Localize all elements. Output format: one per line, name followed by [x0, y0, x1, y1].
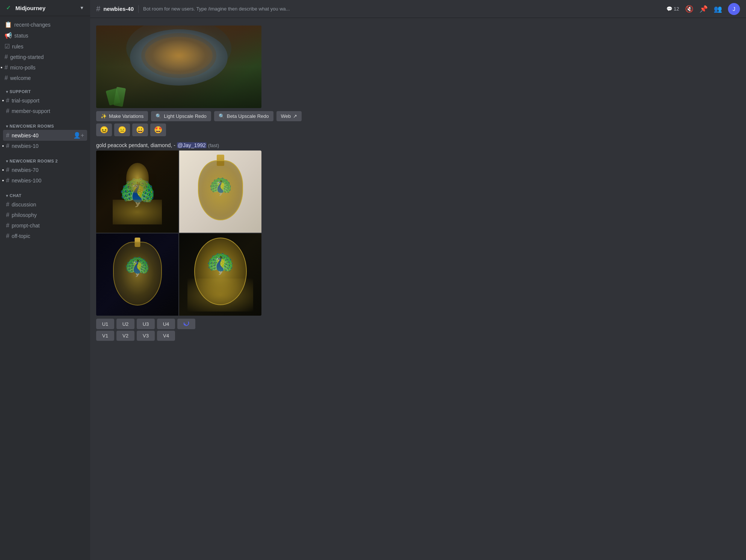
peacock-message-group: gold peacock pendant, diamond, - @Jay_19… [96, 141, 740, 344]
sidebar-item-newbies-100[interactable]: # newbies-100 [3, 175, 87, 186]
topbar-description: Bot room for new users. Type /imagine th… [143, 6, 663, 12]
channel-label: micro-polls [10, 65, 36, 71]
sidebar-item-status[interactable]: 📢 status [2, 30, 89, 41]
beta-upscale-redo-button[interactable]: 🔍 Beta Upscale Redo [214, 111, 273, 121]
sidebar-item-micro-polls[interactable]: # micro-polls [2, 62, 89, 73]
support-section: ▾ SUPPORT # trial-support # member-suppo… [0, 83, 90, 118]
sidebar-item-trial-support[interactable]: # trial-support [3, 95, 87, 106]
unread-dot [2, 169, 4, 171]
v4-button[interactable]: V4 [157, 331, 175, 341]
user-mention[interactable]: @Jay_1992 [177, 142, 207, 148]
sidebar-item-philosophy[interactable]: # philosophy [3, 210, 87, 220]
hash-icon: # [5, 54, 8, 60]
web-button[interactable]: Web ↗ [276, 111, 302, 121]
hash-icon: # [5, 64, 8, 71]
separator: - [174, 142, 177, 148]
mute-icon[interactable]: 🔇 [685, 5, 693, 13]
sidebar-item-newbies-10[interactable]: # newbies-10 [3, 141, 87, 151]
hash-icon: 📢 [5, 32, 12, 39]
top-channels: 📋 recent-changes 📢 status ☑ rules # gett… [0, 16, 90, 83]
sidebar-item-recent-changes[interactable]: 📋 recent-changes [2, 19, 89, 30]
sidebar-item-newbies-40[interactable]: # newbies-40 👤+ [3, 130, 87, 141]
pin-icon[interactable]: 📌 [699, 5, 708, 13]
avatar[interactable]: J [728, 3, 740, 15]
speed-badge: (fast) [208, 143, 219, 148]
channel-label: member-support [12, 108, 50, 114]
channel-label: off-topic [12, 233, 30, 239]
make-variations-button[interactable]: ✨ Make Variations [96, 111, 148, 121]
sidebar-item-off-topic[interactable]: # off-topic [3, 231, 87, 241]
chat-section: ▾ CHAT # discussion # philosophy # promp… [0, 187, 90, 243]
sidebar-item-newbies-70[interactable]: # newbies-70 [3, 165, 87, 175]
emoji-reactions-row: 😖 😑 😀 🤩 [96, 123, 740, 136]
hash-icon: # [6, 222, 9, 229]
channel-label: newbies-40 [12, 132, 39, 138]
u2-button[interactable]: U2 [116, 319, 134, 329]
u4-button[interactable]: U4 [157, 319, 175, 329]
v3-button[interactable]: V3 [137, 331, 155, 341]
peacock-image-4: 🦚 [179, 233, 261, 316]
v-buttons-row: V1 V2 V3 V4 [96, 331, 740, 341]
emoji-expressionless[interactable]: 😑 [114, 123, 130, 136]
sidebar-item-welcome[interactable]: # welcome [2, 73, 89, 83]
add-member-icon[interactable]: 👤+ [73, 132, 84, 139]
sidebar-item-rules[interactable]: ☑ rules [2, 41, 89, 52]
action-buttons-row: ✨ Make Variations 🔍 Light Upscale Redo 🔍… [96, 111, 740, 121]
threads-button[interactable]: 💬 12 [666, 6, 679, 12]
newcomer-rooms-section: ▾ NEWCOMER ROOMS # newbies-40 👤+ # newbi… [0, 118, 90, 153]
emoji-grin[interactable]: 😀 [132, 123, 148, 136]
server-header[interactable]: ✓ Midjourney ▼ [0, 0, 90, 16]
server-checkmark: ✓ [6, 5, 11, 11]
announcement-icon: 📋 [5, 21, 12, 28]
u1-button[interactable]: U1 [96, 319, 114, 329]
channel-label: getting-started [10, 54, 44, 60]
prompt-text: gold peacock pendant, diamond, [96, 142, 174, 148]
channel-label: welcome [10, 75, 31, 81]
newcomer-rooms2-section: ▾ NEWCOMER ROOMS 2 # newbies-70 # newbie… [0, 153, 90, 187]
peacock-image-1: 🦚 [96, 151, 178, 233]
u3-button[interactable]: U3 [137, 319, 155, 329]
newcomer-rooms-label[interactable]: ▾ NEWCOMER ROOMS [3, 124, 87, 130]
main-content: # newbies-40 Bot room for new users. Typ… [90, 0, 746, 560]
refresh-icon [183, 321, 189, 327]
sidebar: ✓ Midjourney ▼ 📋 recent-changes 📢 status… [0, 0, 90, 560]
hash-icon: # [6, 233, 9, 239]
sidebar-item-prompt-chat[interactable]: # prompt-chat [3, 220, 87, 231]
chat-section-label[interactable]: ▾ CHAT [3, 193, 87, 199]
emoji-heart-eyes[interactable]: 🤩 [150, 123, 166, 136]
peacock-image-grid: 🦚 🦚 🦚 [96, 151, 261, 316]
hash-icon: # [5, 75, 8, 81]
unread-dot [2, 180, 4, 181]
sidebar-item-member-support[interactable]: # member-support [3, 106, 87, 116]
u-buttons-row: U1 U2 U3 U4 [96, 319, 740, 329]
v2-button[interactable]: V2 [116, 331, 134, 341]
topbar-divider [138, 5, 139, 13]
hash-icon: # [6, 212, 9, 218]
rules-icon: ☑ [5, 43, 10, 50]
topbar: # newbies-40 Bot room for new users. Typ… [90, 0, 746, 18]
channel-label: philosophy [12, 212, 37, 218]
emoji-frustrated[interactable]: 😖 [96, 123, 112, 136]
channel-label: rules [12, 44, 23, 50]
unread-dot [2, 100, 4, 101]
hash-icon: # [6, 167, 9, 173]
messages-area: ✨ Make Variations 🔍 Light Upscale Redo 🔍… [90, 18, 746, 560]
light-upscale-redo-button[interactable]: 🔍 Light Upscale Redo [151, 111, 211, 121]
topbar-icons: 💬 12 🔇 📌 👥 J [666, 3, 740, 15]
refresh-button[interactable] [177, 319, 195, 329]
channel-label: prompt-chat [12, 223, 40, 229]
support-section-label[interactable]: ▾ SUPPORT [3, 89, 87, 95]
members-icon[interactable]: 👥 [714, 5, 722, 13]
v1-button[interactable]: V1 [96, 331, 114, 341]
collapse-arrow-icon: ▾ [6, 90, 8, 94]
light-upscale-redo-label: Light Upscale Redo [164, 113, 206, 119]
magnify-icon: 🔍 [156, 113, 162, 119]
hash-icon: # [6, 201, 9, 208]
sidebar-item-getting-started[interactable]: # getting-started [2, 52, 89, 62]
collapse-arrow-icon: ▾ [6, 159, 8, 163]
beta-upscale-redo-label: Beta Upscale Redo [227, 113, 269, 119]
peacock-image-2: 🦚 [179, 151, 261, 233]
peacock-image-3: 🦚 [96, 233, 178, 316]
sidebar-item-discussion[interactable]: # discussion [3, 199, 87, 210]
newcomer-rooms2-label[interactable]: ▾ NEWCOMER ROOMS 2 [3, 159, 87, 165]
